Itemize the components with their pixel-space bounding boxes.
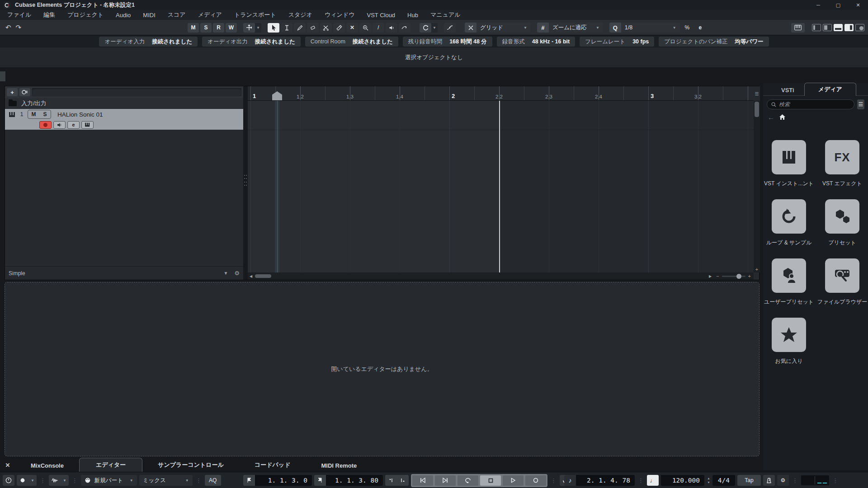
menu-transport[interactable]: トランスポート bbox=[234, 11, 276, 19]
track-solo-button[interactable]: S bbox=[39, 110, 51, 118]
tempo-display[interactable]: 120.000 bbox=[661, 475, 704, 486]
left-locator-flag-icon[interactable] bbox=[243, 475, 255, 486]
left-zone-toggle[interactable] bbox=[812, 24, 821, 31]
quantize-panel-button[interactable]: e bbox=[694, 23, 706, 33]
right-locator-flag-icon[interactable] bbox=[314, 475, 326, 486]
track-scale-strip[interactable] bbox=[32, 88, 241, 96]
edit-channel-button[interactable]: e bbox=[67, 121, 80, 129]
quantize-dropdown[interactable]: 1/8 ▼ bbox=[621, 23, 680, 33]
split-tool[interactable] bbox=[320, 23, 332, 33]
record-mode-chevron-icon[interactable]: ▼ bbox=[28, 479, 37, 483]
record-enable-button[interactable] bbox=[39, 121, 52, 129]
tile-file-browser[interactable]: ファイルブラウザー bbox=[821, 258, 864, 306]
track-view-chevron-icon[interactable]: ▼ bbox=[223, 271, 228, 276]
track-name[interactable]: HALion Sonic 01 bbox=[57, 111, 103, 118]
maximize-icon[interactable]: ▢ bbox=[828, 0, 848, 10]
record-button[interactable] bbox=[525, 475, 546, 486]
menu-studio[interactable]: スタジオ bbox=[288, 11, 312, 19]
event-display[interactable] bbox=[248, 101, 754, 272]
audio-record-modes-group[interactable]: ▼ bbox=[49, 475, 69, 486]
grid-type-dropdown[interactable]: グリッド ▼ bbox=[476, 23, 531, 33]
auto-scroll-options-chevron-icon[interactable]: ▼ bbox=[255, 23, 261, 33]
tile-loops-samples[interactable]: ループ & サンプル bbox=[767, 199, 811, 247]
pan-law-status[interactable]: プロジェクトのパン補正均等パワー bbox=[659, 37, 769, 47]
on-screen-keyboard-icon[interactable] bbox=[791, 23, 805, 33]
close-icon[interactable]: ✕ bbox=[848, 0, 868, 10]
ruler-options-icon[interactable]: ☰ bbox=[754, 86, 760, 101]
project-cursor-handle[interactable] bbox=[272, 91, 282, 100]
horizontal-zoom-slider[interactable]: − + bbox=[713, 273, 754, 279]
left-zone-wide-toggle[interactable] bbox=[823, 24, 832, 31]
left-locator-group[interactable]: 1. 1. 3. 0 bbox=[243, 475, 312, 486]
tile-vst-effects[interactable]: FX VST エフェクト bbox=[821, 140, 864, 188]
stop-button[interactable] bbox=[480, 475, 501, 486]
vertical-zoom-in-icon[interactable]: + bbox=[754, 266, 760, 272]
menu-hub[interactable]: Hub bbox=[407, 12, 418, 19]
setup-window-layout-button[interactable] bbox=[855, 24, 864, 31]
tab-sampler-control[interactable]: サンプラーコントロール bbox=[142, 458, 239, 472]
right-zone-toggle[interactable] bbox=[844, 24, 854, 31]
menu-manual[interactable]: マニュアル bbox=[430, 11, 461, 19]
menu-edit[interactable]: 編集 bbox=[43, 11, 55, 19]
read-automation-button[interactable]: R bbox=[213, 23, 224, 33]
close-lower-zone-icon[interactable]: ✕ bbox=[0, 459, 15, 471]
list-view-icon[interactable]: ☰ bbox=[857, 99, 864, 109]
metronome-setup-gear-icon[interactable]: ⚙ bbox=[777, 475, 789, 486]
track-view-gear-icon[interactable]: ⚙ bbox=[234, 270, 240, 277]
add-track-icon[interactable]: + bbox=[7, 88, 18, 96]
monitor-button[interactable] bbox=[53, 121, 66, 129]
zoom-tool[interactable] bbox=[359, 23, 371, 33]
horizontal-scroll-thumb[interactable] bbox=[255, 274, 271, 278]
lower-zone-toggle[interactable] bbox=[834, 24, 843, 31]
tab-mixconsole[interactable]: MixConsole bbox=[15, 460, 79, 472]
menu-window[interactable]: ウィンドウ bbox=[325, 11, 355, 19]
menu-score[interactable]: スコア bbox=[168, 11, 186, 19]
io-folder-track[interactable]: 入力/出力 bbox=[5, 98, 243, 109]
track-mute-button[interactable]: M bbox=[28, 110, 39, 118]
go-to-start-button[interactable] bbox=[412, 475, 433, 486]
mute-all-button[interactable]: M bbox=[188, 23, 199, 33]
frame-rate-status[interactable]: フレームレート30 fps bbox=[580, 37, 654, 47]
metronome-icon[interactable] bbox=[763, 475, 775, 486]
mute-tool[interactable]: ✕ bbox=[346, 23, 358, 33]
scroll-right-icon[interactable]: ▶ bbox=[707, 272, 713, 280]
track-preset-icon[interactable] bbox=[19, 88, 30, 96]
menu-file[interactable]: ファイル bbox=[7, 11, 31, 19]
primary-time-display[interactable]: 2. 1. 4. 78 bbox=[576, 475, 635, 486]
tracklist-splitter[interactable] bbox=[243, 86, 248, 280]
zoom-out-icon[interactable]: − bbox=[716, 273, 719, 279]
right-locator-group[interactable]: 1. 1. 3. 80 bbox=[314, 475, 383, 486]
redo-icon[interactable]: ↷ bbox=[16, 23, 22, 32]
tile-vst-instruments[interactable]: VST インスト...ント bbox=[767, 140, 811, 188]
draw-tool[interactable] bbox=[294, 23, 306, 33]
snap-icon[interactable] bbox=[465, 23, 476, 33]
tab-media[interactable]: メディア bbox=[804, 83, 856, 96]
time-format-note-icon[interactable]: ♪ bbox=[564, 475, 576, 486]
audio-waveform-icon[interactable] bbox=[49, 475, 61, 486]
track-view-preset[interactable]: Simple bbox=[9, 270, 25, 277]
menu-project[interactable]: プロジェクト bbox=[67, 11, 104, 19]
divider-handle[interactable] bbox=[0, 71, 5, 81]
erase-tool[interactable] bbox=[307, 23, 319, 33]
auto-scroll-icon[interactable] bbox=[243, 23, 255, 33]
play-button[interactable] bbox=[503, 475, 524, 486]
cycle-button[interactable] bbox=[458, 475, 478, 486]
zoom-slider-thumb[interactable] bbox=[736, 274, 741, 279]
line-tool[interactable]: / bbox=[373, 23, 384, 33]
tab-vsti[interactable]: VSTi bbox=[771, 85, 804, 95]
menu-media[interactable]: メディア bbox=[198, 11, 222, 19]
control-room-status[interactable]: Control Room接続されました bbox=[305, 37, 398, 47]
tempo-track-icon[interactable]: ♩ bbox=[647, 475, 659, 486]
solo-all-button[interactable]: S bbox=[200, 23, 212, 33]
midi-record-mode-dropdown[interactable]: 新規パート ▼ bbox=[81, 475, 137, 486]
go-to-end-button[interactable] bbox=[435, 475, 456, 486]
search-input[interactable] bbox=[779, 101, 850, 108]
play-tool[interactable] bbox=[386, 23, 397, 33]
audio-performance-icon[interactable] bbox=[3, 475, 14, 486]
auto-quantize-button[interactable]: AQ bbox=[205, 475, 221, 486]
back-icon[interactable]: ← bbox=[768, 113, 774, 121]
audio-output-status[interactable]: オーディオ出力接続されました bbox=[202, 37, 301, 47]
tempo-group[interactable]: 120.000 ▲▼ bbox=[661, 475, 710, 486]
audio-mode-chevron-icon[interactable]: ▼ bbox=[61, 479, 69, 483]
tab-chord-pads[interactable]: コードパッド bbox=[239, 458, 306, 472]
